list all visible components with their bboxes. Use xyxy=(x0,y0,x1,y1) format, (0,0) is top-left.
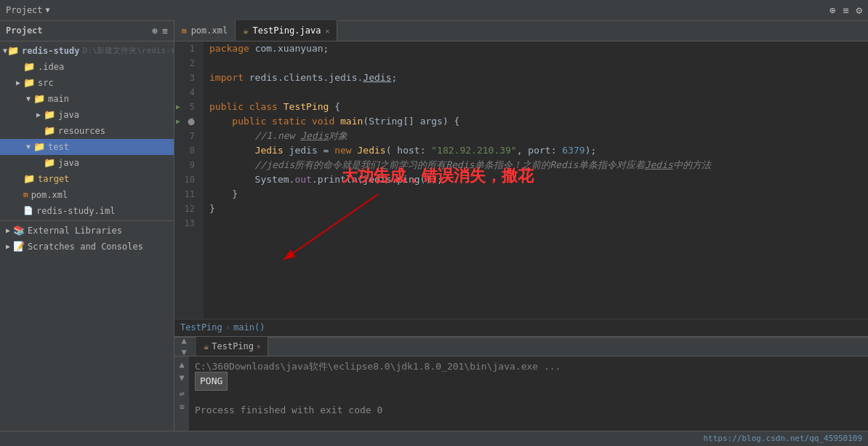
arrow-test: ▼ xyxy=(23,143,33,151)
breadcrumb: TestPing › main() xyxy=(174,319,868,336)
tree-item-pom[interactable]: m pom.xml xyxy=(0,187,174,203)
tab-testping[interactable]: ☕ TestPing.java ✕ xyxy=(236,20,337,41)
code-editor[interactable]: 1 2 3 4 ▶ 5 ▶ 6 ⬤ 7 xyxy=(174,41,868,319)
arrow-main-java: ▶ xyxy=(33,111,44,119)
tree-item-redis-study[interactable]: ▼ 📁 redis-study D:\新建文件夹\redis-study xyxy=(0,43,174,59)
label-main: main xyxy=(48,94,69,104)
add-icon[interactable]: ⊕ xyxy=(152,25,158,36)
bottom-left-icons: ▲ ▼ ⇌ ≡ xyxy=(174,357,189,431)
line-num-12: 12 xyxy=(174,202,199,216)
line-num-3: 3 xyxy=(174,71,199,85)
arrow-src: ▶ xyxy=(13,79,23,87)
code-line-6: public static void main(String[] args) { xyxy=(209,114,868,129)
line-num-4: 4 xyxy=(174,85,199,100)
line-num-11: 11 xyxy=(174,187,199,202)
m-icon: m xyxy=(23,190,28,199)
console-tab-label: TestPing xyxy=(212,341,254,351)
label-pom: pom.xml xyxy=(31,190,68,200)
scratch-icon: 📝 xyxy=(13,241,25,252)
tab-pom[interactable]: m pom.xml xyxy=(174,20,236,41)
filter-icon[interactable]: ≡ xyxy=(176,402,188,412)
label-main-java: java xyxy=(58,110,79,120)
run-arrow-5[interactable]: ▶ xyxy=(176,100,180,114)
tree-item-main-java[interactable]: ▶ 📁 java xyxy=(0,107,174,123)
tree-item-idea[interactable]: 📁 .idea xyxy=(0,59,174,75)
tree-item-test-java[interactable]: 📁 java xyxy=(0,155,174,171)
menu-icon[interactable]: ≡ xyxy=(162,25,168,36)
top-bar-icons: ⊕ ≡ ⚙ xyxy=(829,4,862,16)
label-src: src xyxy=(38,78,54,88)
editor-area: m pom.xml ☕ TestPing.java ✕ 1 2 3 xyxy=(174,21,868,336)
code-line-4 xyxy=(209,85,868,100)
gear-icon[interactable]: ⚙ xyxy=(856,4,862,16)
code-content: package com.xuanyuan; import redis.clien… xyxy=(204,41,868,319)
folder-icon-test: 📁 xyxy=(33,141,45,152)
label-target: target xyxy=(38,174,69,184)
tree-item-test[interactable]: ▼ 📁 test xyxy=(0,139,174,155)
folder-icon-redis-study: 📁 xyxy=(7,45,19,56)
up-icon[interactable]: ▲ xyxy=(181,335,186,346)
label-external-libraries: External Libraries xyxy=(28,226,122,236)
dropdown-arrow[interactable]: ▼ xyxy=(46,6,50,14)
arrow-scratches: ▶ xyxy=(3,242,13,250)
run-arrow-6[interactable]: ▶ xyxy=(176,114,180,129)
console-cmd-text: C:\360Downloads\java软件\eclipse8.0\jdk1.8… xyxy=(195,359,560,374)
down-icon[interactable]: ▼ xyxy=(181,347,186,357)
code-line-5: public class TestPing { xyxy=(209,100,868,114)
label-resources: resources xyxy=(58,126,105,136)
tree-item-scratches[interactable]: ▶ 📝 Scratches and Consoles xyxy=(0,239,174,255)
line-num-1: 1 xyxy=(174,41,199,56)
line-num-13: 13 xyxy=(174,216,199,231)
line-num-10: 10 xyxy=(174,172,199,187)
tree-item-iml[interactable]: 📄 redis-study.iml xyxy=(0,203,174,219)
breadcrumb-sep: › xyxy=(225,322,230,332)
breadcrumb-method: main() xyxy=(233,322,265,332)
breakpoint-circle: ⬤ xyxy=(188,114,195,129)
settings-icon[interactable]: ⊕ xyxy=(829,4,835,16)
bottom-tab-testping[interactable]: ☕ TestPing ✕ xyxy=(196,337,268,356)
label-idea: .idea xyxy=(38,62,64,72)
scroll-down-icon[interactable]: ▼ xyxy=(176,373,188,383)
console-tab-close[interactable]: ✕ xyxy=(257,343,260,350)
console-output: C:\360Downloads\java软件\eclipse8.0\jdk1.8… xyxy=(189,357,868,431)
code-line-11: } xyxy=(209,187,868,202)
folder-icon-main-java: 📁 xyxy=(44,109,55,120)
pong-output: PONG xyxy=(195,372,228,391)
main-layout: Project ⊕ ≡ ▼ 📁 redis-study D:\新建文件夹\red… xyxy=(0,21,868,431)
label-scratches: Scratches and Consoles xyxy=(28,242,143,252)
label-test: test xyxy=(48,142,69,152)
line-num-9: 9 xyxy=(174,158,199,172)
tree-item-main[interactable]: ▼ 📁 main xyxy=(0,91,174,107)
scroll-up-icon[interactable]: ▲ xyxy=(176,359,188,370)
label-iml: redis-study.iml xyxy=(36,206,115,216)
status-bar: https://blog.csdn.net/qq_45950109 xyxy=(0,431,868,446)
line-num-2: 2 xyxy=(174,56,199,71)
tree-item-external-libraries[interactable]: ▶ 📚 External Libraries xyxy=(0,223,174,239)
tree-item-resources[interactable]: 📁 resources xyxy=(0,123,174,139)
testping-tab-label: TestPing.java xyxy=(252,25,321,36)
code-line-1: package com.xuanyuan; xyxy=(209,41,868,56)
code-line-2 xyxy=(209,56,868,71)
code-line-3: import redis.clients.jedis.Jedis; xyxy=(209,71,868,85)
tab-close-testping[interactable]: ✕ xyxy=(325,27,329,35)
folder-icon-target: 📁 xyxy=(23,173,35,184)
code-line-13 xyxy=(209,216,868,231)
csdn-url[interactable]: https://blog.csdn.net/qq_45950109 xyxy=(703,434,862,443)
code-line-8: Jedis jedis = new Jedis( host: "182.92.2… xyxy=(209,143,868,158)
label-redis-study: redis-study xyxy=(22,46,79,56)
code-line-12: } xyxy=(209,202,868,216)
top-bar: Project ▼ ⊕ ≡ ⚙ xyxy=(0,0,868,21)
path-redis-study: D:\新建文件夹\redis-study xyxy=(83,45,174,56)
equalize-icon[interactable]: ≡ xyxy=(843,4,848,16)
sidebar-header-icons: ⊕ ≡ xyxy=(152,25,168,36)
line-num-7: 7 xyxy=(174,129,199,143)
bottom-side-icons: ▲ ▼ xyxy=(174,338,193,356)
tree-item-target[interactable]: 📁 target xyxy=(0,171,174,187)
process-exit-text: Process finished with exit code 0 xyxy=(195,403,382,418)
arrow-main: ▼ xyxy=(23,95,33,103)
line-numbers: 1 2 3 4 ▶ 5 ▶ 6 ⬤ 7 xyxy=(174,41,204,319)
code-line-9: //jedis所有的命令就是我们之前学习的所有Redis单条指令！之前的Redi… xyxy=(209,158,868,172)
line-num-5: ▶ 5 xyxy=(174,100,199,114)
tree-item-src[interactable]: ▶ 📁 src xyxy=(0,75,174,91)
wrap-icon[interactable]: ⇌ xyxy=(176,389,188,399)
